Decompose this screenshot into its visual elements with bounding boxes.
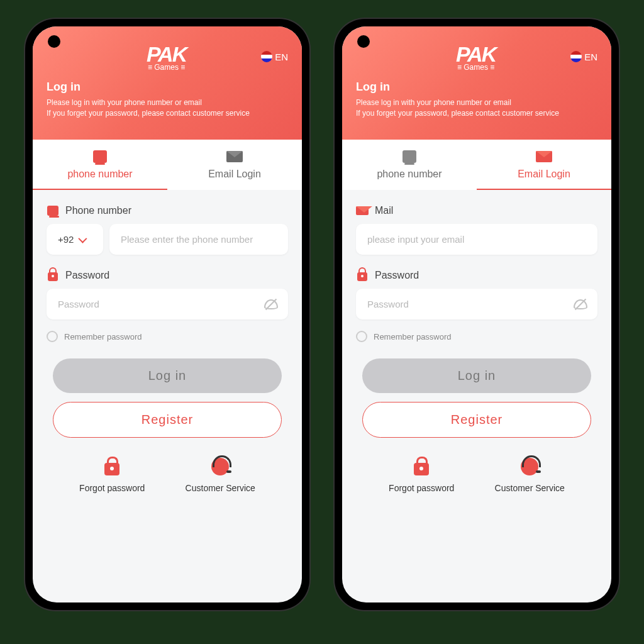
phone-icon xyxy=(93,150,107,163)
lock-icon xyxy=(357,272,367,281)
password-field-label: Password xyxy=(356,270,597,281)
lock-icon xyxy=(104,463,119,475)
screen: PAK ≡ Games ≡ EN Log in Please log in wi… xyxy=(33,26,302,602)
country-code-select[interactable]: +92 xyxy=(47,224,103,255)
device-phone-left: PAK ≡ Games ≡ EN Log in Please log in wi… xyxy=(25,19,309,610)
eye-off-icon[interactable] xyxy=(264,299,278,309)
customer-service-link[interactable]: Customer Service xyxy=(495,455,565,493)
language-selector[interactable]: EN xyxy=(570,51,597,62)
camera-cutout xyxy=(357,35,370,48)
login-form: Phone number +92 Password xyxy=(33,190,302,493)
password-field-label: Password xyxy=(47,270,288,281)
password-input[interactable] xyxy=(47,289,288,319)
register-button[interactable]: Register xyxy=(362,402,591,438)
tab-email[interactable]: Email Login xyxy=(477,140,611,190)
phone-icon xyxy=(402,150,416,163)
country-code-value: +92 xyxy=(58,234,74,245)
logo-subtext: ≡ Games ≡ xyxy=(457,63,494,72)
brand-logo: PAK ≡ Games ≡ xyxy=(456,42,496,72)
eye-off-icon[interactable] xyxy=(574,299,587,309)
device-phone-right: PAK ≡ Games ≡ EN Log in Please log in wi… xyxy=(335,19,619,610)
page-subtitle: Please log in with your phone number or … xyxy=(47,97,288,119)
mail-icon xyxy=(356,206,369,215)
forgot-password-link[interactable]: Forgot password xyxy=(389,455,454,493)
lock-icon xyxy=(414,463,429,475)
email-input[interactable] xyxy=(356,224,597,255)
chevron-down-icon xyxy=(79,234,87,243)
login-tabs: phone number Email Login xyxy=(33,140,302,190)
tab-email-label: Email Login xyxy=(167,169,302,180)
tab-email-label: Email Login xyxy=(477,169,611,180)
support-icon xyxy=(521,458,538,475)
password-input[interactable] xyxy=(356,289,597,319)
email-field-label: Mail xyxy=(356,205,597,216)
login-button[interactable]: Log in xyxy=(362,358,591,393)
flag-icon xyxy=(261,51,272,62)
language-selector[interactable]: EN xyxy=(261,51,288,62)
customer-service-link[interactable]: Customer Service xyxy=(186,455,255,493)
page-title: Log in xyxy=(47,80,288,94)
register-button[interactable]: Register xyxy=(53,402,282,438)
brand-logo: PAK ≡ Games ≡ xyxy=(147,42,186,72)
tab-phone-label: phone number xyxy=(33,169,167,180)
mail-icon xyxy=(226,151,243,162)
mail-icon xyxy=(536,151,552,162)
phone-field-label: Phone number xyxy=(47,205,288,216)
radio-icon[interactable] xyxy=(47,331,58,342)
lock-icon xyxy=(48,272,58,281)
tab-email[interactable]: Email Login xyxy=(167,140,302,190)
language-label: EN xyxy=(275,52,288,62)
phone-input[interactable] xyxy=(109,224,288,255)
screen: PAK ≡ Games ≡ EN Log in Please log in wi… xyxy=(342,26,611,602)
login-form: Mail Password Remember password Log in xyxy=(342,190,611,493)
logo-subtext: ≡ Games ≡ xyxy=(148,63,185,72)
app-header: PAK ≡ Games ≡ EN Log in Please log in wi… xyxy=(342,26,611,140)
flag-icon xyxy=(570,51,582,62)
login-tabs: phone number Email Login xyxy=(342,140,611,190)
remember-password[interactable]: Remember password xyxy=(356,331,597,342)
remember-password[interactable]: Remember password xyxy=(47,331,288,342)
phone-icon xyxy=(47,206,58,216)
page-title: Log in xyxy=(356,80,597,94)
login-button[interactable]: Log in xyxy=(53,358,282,393)
radio-icon[interactable] xyxy=(356,331,367,342)
tab-phone[interactable]: phone number xyxy=(342,140,477,190)
tab-phone[interactable]: phone number xyxy=(33,140,167,190)
support-icon xyxy=(211,458,229,475)
camera-cutout xyxy=(48,35,60,48)
forgot-password-link[interactable]: Forgot password xyxy=(79,455,145,493)
tab-phone-label: phone number xyxy=(342,169,477,180)
language-label: EN xyxy=(584,52,597,62)
page-subtitle: Please log in with your phone number or … xyxy=(356,97,597,119)
app-header: PAK ≡ Games ≡ EN Log in Please log in wi… xyxy=(33,26,302,140)
